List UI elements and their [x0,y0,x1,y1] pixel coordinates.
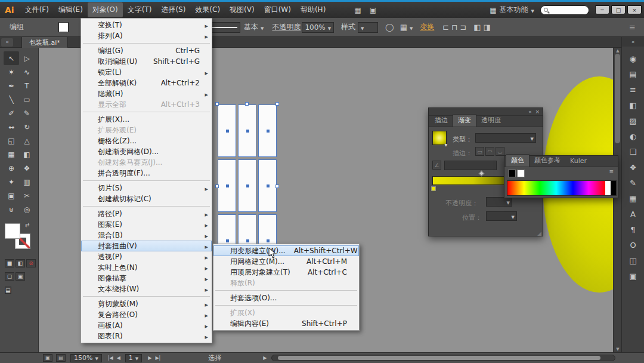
status-left-icon-1[interactable]: ▣ [43,354,52,362]
magic-wand-tool[interactable]: ✶ [4,65,19,79]
artboard-tool[interactable]: ▣ [4,189,19,202]
transform-link[interactable]: 变换 [420,22,434,32]
opacity-value-field[interactable]: 100% [302,22,334,33]
menu-item[interactable]: 创建对象马赛克(J)... [81,157,212,168]
menubar-window[interactable]: 窗口(W) [259,2,296,17]
tab-color-guide[interactable]: 颜色参考 [530,155,565,167]
menu-item[interactable]: 文本绕排(W) [81,284,212,294]
zoom-dropdown[interactable]: 150% [70,354,102,362]
menu-item[interactable]: 用网格建立(M)... Alt+Ctrl+M [213,256,359,267]
color-panel-icon[interactable]: ◉ [626,53,640,65]
menu-item[interactable]: 创建渐变网格(D)... [81,146,212,157]
tab-gradient[interactable]: 渐变 [453,114,476,127]
horizontal-scroll-thumb[interactable] [278,356,600,360]
symbols-panel-icon[interactable]: ❖ [626,161,640,174]
symbol-sprayer-tool[interactable]: ✦ [4,175,19,189]
free-transform-tool[interactable]: ↻ [19,120,35,134]
gradient-swatch[interactable] [432,131,447,145]
menubar-type[interactable]: 文字(T) [123,2,157,17]
lasso-tool[interactable]: ∿ [19,65,35,79]
arrange-documents-icon[interactable]: ▣ [370,6,376,14]
color-spectrum-bar[interactable] [507,180,617,196]
shape-mode-icon[interactable]: ◧ [473,23,481,32]
menubar-select[interactable]: 选择(S) [156,2,190,17]
artwork-rectangle[interactable] [258,104,277,157]
zoom-tool[interactable]: ◎ [19,202,35,216]
selected-artwork-group[interactable] [218,104,277,267]
mesh-tool[interactable]: ▦ [4,147,19,161]
pathfinder-icon[interactable]: ◨ [484,23,491,32]
opentype-panel-icon[interactable]: O [626,239,640,251]
selection-tool[interactable]: ↖ [4,51,19,65]
artboard-number-dropdown[interactable]: 1 [125,354,142,362]
paragraph-panel-icon[interactable]: ¶ [626,223,640,236]
status-flyout-icon[interactable]: ▶ [263,355,267,361]
status-left-icon-2[interactable]: ▤ [56,354,66,362]
gradient-opacity-field[interactable] [486,197,512,207]
menu-item[interactable]: 锁定(L) [81,67,212,78]
transparency-panel-icon[interactable]: ▨ [626,115,640,127]
tab-transparency[interactable]: 透明度 [476,115,506,127]
menu-item[interactable]: 图表(R) [81,331,212,342]
fill-proxy-swatch[interactable] [508,170,516,177]
menu-item[interactable]: 释放(R) [213,278,359,288]
graphic-styles-panel-icon[interactable]: ❏ [626,146,640,158]
gradient-angle-field[interactable] [444,161,497,170]
selection-handle[interactable] [245,102,249,106]
first-artboard-icon[interactable]: |◀ [108,355,113,361]
selection-handle[interactable] [275,102,279,106]
artboards-panel-icon[interactable]: ▣ [626,270,640,282]
close-panel-icon[interactable] [535,109,540,115]
color-guide-panel-icon[interactable]: ▤ [626,68,640,81]
last-artboard-icon[interactable]: ▶| [155,355,160,361]
line-segment-tool[interactable]: ╲ [4,93,19,106]
menubar-file[interactable]: 文件(F) [20,2,54,17]
selection-handle[interactable] [215,184,219,188]
gradient-location-field[interactable] [486,211,517,221]
menu-item[interactable]: 全部解锁(K) Alt+Ctrl+2 [81,78,212,88]
search-input[interactable] [540,5,589,15]
menu-item[interactable]: 创建裁切标记(C) [81,193,212,204]
blend-tool[interactable]: ❖ [19,161,35,175]
bridge-icon[interactable]: ▦ [354,6,361,14]
screen-mode-button[interactable]: ⬓ [5,287,11,294]
menu-item[interactable]: 扩展(X)... [81,114,212,125]
artwork-rectangle[interactable] [238,104,256,157]
menu-item[interactable]: 封套选项(O)... [213,293,359,303]
menu-item[interactable]: 复合路径(O) [81,309,212,320]
menu-item[interactable]: 剪切蒙版(M) [81,299,212,309]
vertical-scroll-thumb[interactable] [615,54,620,143]
gradient-panel-icon[interactable]: ◧ [626,99,640,112]
menubar-edit[interactable]: 编辑(E) [54,2,88,17]
layers-panel-icon[interactable]: ◫ [626,254,640,267]
menu-item[interactable]: 扩展(X) [213,307,359,318]
fill-swatch[interactable] [5,223,20,239]
swap-fill-stroke-icon[interactable]: ⇄ [25,222,30,228]
restore-button[interactable]: □ [611,5,626,14]
artwork-rectangle[interactable] [218,104,236,157]
white-swatch[interactable] [605,181,611,195]
tab-kuler[interactable]: Kuler [565,156,592,167]
brush-definition-dropdown[interactable]: 基本 [244,22,264,32]
previous-artboard-icon[interactable]: ◀ [117,355,120,361]
selection-handle[interactable] [215,102,219,106]
gradient-stop-left[interactable] [431,186,436,191]
expand-dock-icon[interactable]: « [622,37,644,47]
eyedropper-tool[interactable]: ⊕ [4,161,19,175]
tab-stroke[interactable]: 描边 [430,115,453,127]
shape-builder-tool[interactable]: ◱ [4,134,19,147]
style-swatch-dropdown[interactable] [358,22,378,33]
stroke-panel-icon[interactable]: ≡ [626,84,640,96]
menu-item[interactable]: 封套扭曲(V) [81,241,212,251]
swatches-panel-icon[interactable]: ▦ [626,192,640,205]
scroll-up-icon[interactable]: ▲ [614,48,622,53]
stroke-gradient-within-icon[interactable]: ▭ [475,147,484,156]
collapse-panel-icon[interactable]: « [1,38,13,47]
color-button[interactable]: ■ [5,259,14,267]
next-artboard-icon[interactable]: ▶ [148,355,151,361]
menu-item[interactable]: 图像描摹 [81,273,212,284]
menu-item[interactable]: 变换(T) [81,20,212,30]
menu-item[interactable]: 隐藏(H) [81,88,212,99]
stroke-gradient-across-icon[interactable]: ◡ [496,147,504,156]
draw-normal-button[interactable]: ▢ [5,272,14,281]
